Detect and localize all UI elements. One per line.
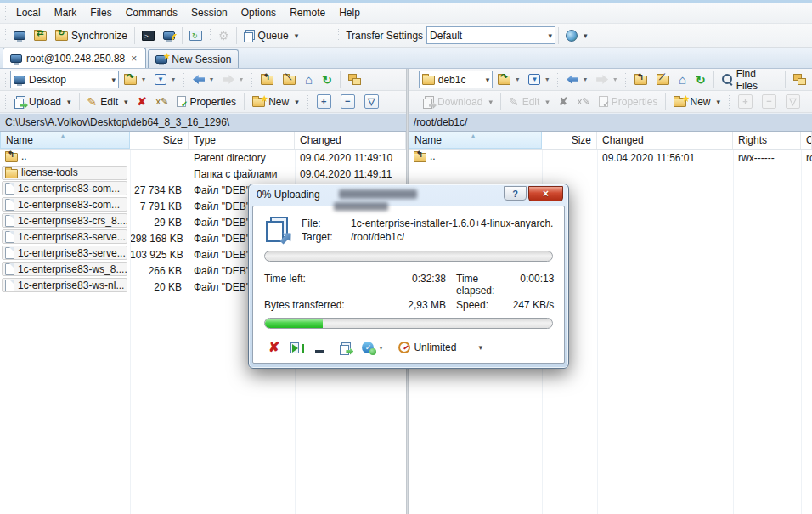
transfer-options-button[interactable] [561,25,592,46]
local-location-combo[interactable]: Desktop ▾ [10,71,119,88]
gear-icon: ⚙ [218,30,229,42]
column-header-name[interactable]: Name [0,132,130,149]
menu-help[interactable]: Help [332,3,367,22]
remote-open-directory-button[interactable]: ↷ [493,70,523,90]
local-properties-button[interactable]: Properties [172,92,240,112]
skip-file-icon[interactable] [290,342,304,353]
find-files-button[interactable]: Find Files [718,70,781,90]
open-in-putty-button[interactable] [159,25,179,46]
transfer-options-dropdown[interactable]: ✓ [362,342,382,353]
remote-properties-button[interactable]: Properties [595,92,663,112]
column-header-size[interactable]: Size [542,132,597,149]
remote-invert-selection-button[interactable]: ▽ [781,92,804,112]
local-delete-button[interactable]: ✘ [133,92,151,112]
column-header-name[interactable]: Name [409,132,542,149]
file-row[interactable]: ↰.. Parent directory 09.04.2020 11:49:10 [0,150,406,166]
column-header-changed[interactable]: Changed [597,132,733,149]
remote-home-button[interactable]: ⌂ [674,70,691,90]
new-session-tab[interactable]: New Session [148,49,239,68]
local-open-directory-button[interactable]: ↷ [120,70,149,90]
cancel-transfer-icon[interactable]: ✘ [268,341,279,354]
column-header-rights[interactable]: Rights [733,132,801,149]
remote-filter-button[interactable]: ▼ [524,70,553,90]
file-row[interactable]: ↰.. 09.04.2020 11:56:01 rwx------ root [409,150,812,166]
speed-value: 247 KB/s [494,299,554,311]
menu-commands[interactable]: Commands [119,3,184,22]
local-edit-button[interactable]: ✎ Edit [83,92,133,112]
menu-local[interactable]: Local [9,3,48,22]
column-header-owner[interactable]: Owner [801,132,812,149]
local-tree-button[interactable] [344,70,365,90]
speed-limit-dropdown[interactable]: Unlimited ▾ [398,342,482,353]
column-header-changed[interactable]: Changed [295,132,406,149]
minimize-icon[interactable] [315,342,324,353]
menu-session[interactable]: Session [184,3,234,22]
remote-back-button[interactable] [562,70,591,90]
remote-refresh-button[interactable]: ↻ [691,70,710,90]
remote-new-button[interactable]: New [669,92,725,112]
synchronize-browsing-button[interactable]: ⇄ [30,25,51,46]
column-header-type[interactable]: Type [189,132,295,149]
column-header-size[interactable]: Size [130,132,189,149]
remote-root-directory-button[interactable]: ⟋ [652,70,674,90]
move-to-background-icon[interactable] [340,342,351,353]
local-home-button[interactable]: ⌂ [301,70,317,90]
local-back-button[interactable] [189,70,217,90]
toolbar-grip[interactable] [306,95,310,109]
close-session-icon[interactable]: × [129,54,138,64]
local-filter-button[interactable]: ▼ [150,70,179,90]
toolbar-grip[interactable] [182,73,186,87]
queue-button[interactable]: Queue [240,25,303,46]
session-tab-active[interactable]: root@109.248.250.88 × [3,48,146,68]
menu-mark[interactable]: Mark [48,3,84,22]
file-row[interactable]: license-tools Папка с файлами 09.04.2020… [0,166,406,182]
remote-path-bar[interactable]: /root/deb1c/ [409,113,812,132]
toolbar-grip[interactable] [412,73,416,87]
local-new-button[interactable]: New [248,92,303,112]
upload-button[interactable]: Upload [10,92,76,112]
remote-delete-button[interactable]: ✘ [555,92,572,112]
local-path-bar[interactable]: C:\Users\A.Volkov\Desktop\deb64_8_3_16_1… [0,113,406,132]
synchronize-button[interactable]: ↻ Synchronize [51,25,132,46]
remote-select-button[interactable]: + [734,92,757,112]
remote-location-combo[interactable]: deb1c ▾ [419,71,493,88]
remote-tree-button[interactable] [789,70,810,90]
menu-remote[interactable]: Remote [283,3,332,22]
toggle-panels-button[interactable] [9,25,30,46]
refresh-session-button[interactable]: ↻ [185,25,206,46]
remote-parent-directory-button[interactable]: ↰ [630,70,651,90]
remote-unselect-button[interactable]: − [758,92,781,112]
local-rename-button[interactable]: x✎ [151,92,172,112]
preferences-button[interactable]: ⚙ [214,25,234,46]
toolbar-grip[interactable] [412,95,416,109]
toolbar-grip[interactable] [555,73,560,87]
local-select-button[interactable]: + [313,92,336,112]
toolbar-grip[interactable] [623,73,628,87]
transfer-settings-combo[interactable]: Default ▾ [426,26,555,44]
menu-files[interactable]: Files [83,3,118,22]
remote-rename-button[interactable]: x✎ [573,92,594,112]
toolbar-grip[interactable] [3,95,8,109]
help-button[interactable]: ? [504,186,527,201]
toolbar-grip[interactable] [727,95,731,109]
toolbar-grip[interactable] [3,29,8,42]
remote-edit-button[interactable]: ✎ Edit [505,92,554,112]
open-console-button[interactable]: > [138,25,159,46]
invert-filter-icon: ▽ [364,94,379,109]
remote-forward-button[interactable] [592,70,621,90]
toolbar-grip[interactable] [336,29,341,42]
local-root-directory-button[interactable]: ⟍ [279,70,300,90]
local-parent-directory-button[interactable]: ↰ [257,70,278,90]
menu-options[interactable]: Options [234,3,283,22]
toolbar-grip[interactable] [208,29,212,42]
close-button[interactable]: × [528,186,563,201]
local-forward-button[interactable] [218,70,247,90]
local-invert-selection-button[interactable]: ▽ [360,92,383,112]
local-refresh-button[interactable]: ↻ [318,70,336,90]
local-unselect-button[interactable]: − [336,92,359,112]
toolbar-grip[interactable] [3,6,8,20]
toolbar-grip[interactable] [250,73,254,87]
download-button[interactable]: Download [419,92,497,112]
folder-icon [422,76,435,85]
toolbar-grip[interactable] [3,73,8,87]
